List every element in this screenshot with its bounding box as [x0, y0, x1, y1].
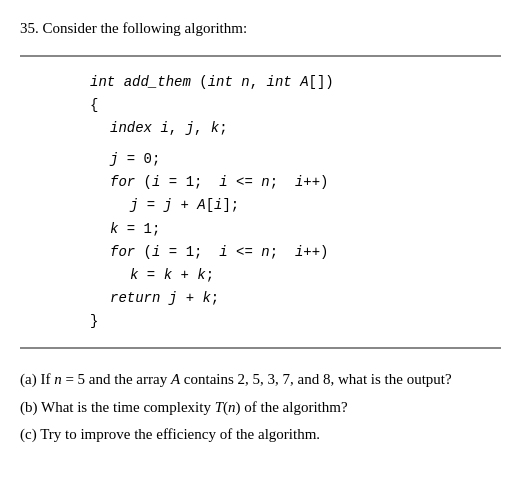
code-j-body: j = j + A[i]; — [130, 194, 471, 217]
code-for2: for (i = 1; i <= n; i++) — [110, 241, 471, 264]
question-number: 35. Consider the following algorithm: — [20, 20, 501, 37]
part-a: (a) If n = 5 and the array A contains 2,… — [20, 367, 501, 393]
code-k-init: k = 1; — [110, 218, 471, 241]
code-close-brace: } — [90, 310, 471, 333]
code-for1: for (i = 1; i <= n; i++) — [110, 171, 471, 194]
code-return: return j + k; — [110, 287, 471, 310]
parts-container: (a) If n = 5 and the array A contains 2,… — [20, 367, 501, 448]
question-text: Consider the following algorithm: — [43, 20, 248, 36]
code-j-init: j = 0; — [110, 148, 471, 171]
code-container: int add_them (int n, int A[]) { index i,… — [20, 55, 501, 349]
code-index: index i, j, k; — [110, 117, 471, 140]
number-label: 35. — [20, 20, 39, 36]
part-b: (b) What is the time complexity T(n) of … — [20, 395, 501, 421]
code-open-brace: { — [90, 94, 471, 117]
part-c: (c) Try to improve the efficiency of the… — [20, 422, 501, 448]
code-signature: int add_them (int n, int A[]) — [90, 71, 471, 94]
code-block: int add_them (int n, int A[]) { index i,… — [90, 71, 471, 333]
code-k-body: k = k + k; — [130, 264, 471, 287]
